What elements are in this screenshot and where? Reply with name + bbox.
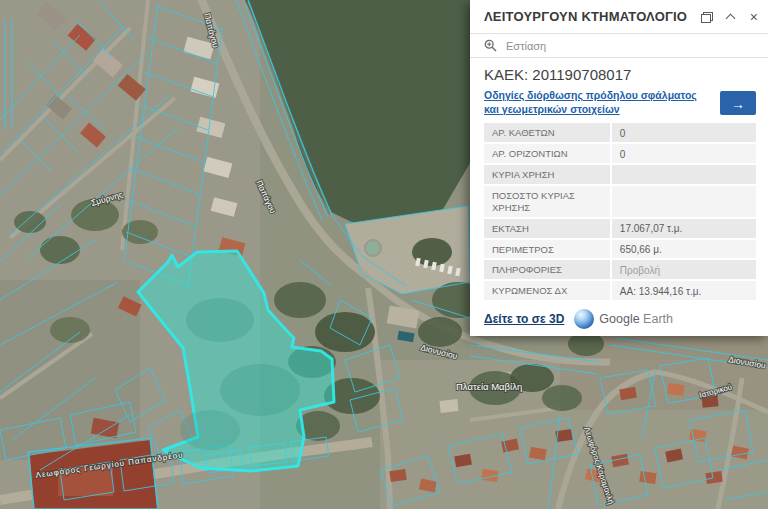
correction-instructions-link[interactable]: Οδηγίες διόρθωσης πρόδηλου σφάλματος και… <box>484 89 712 116</box>
attr-value: 17.067,07 τ.μ. <box>612 219 756 238</box>
google-earth-wordmark-google: Google <box>599 312 639 326</box>
attr-value: 0 <box>612 144 756 163</box>
attr-label: ΑΡ. ΟΡΙΖΟΝΤΙΩΝ <box>484 144 612 163</box>
attr-label: ΚΥΡΙΑ ΧΡΗΣΗ <box>484 165 612 184</box>
attr-value: 650,66 μ. <box>612 240 756 259</box>
panel-footer: Δείτε το σε 3D Google Earth <box>470 302 768 336</box>
go-arrow-button[interactable]: → <box>720 91 756 115</box>
panel-body: ΚΑΕΚ: 201190708017 Οδηγίες διόρθωσης πρό… <box>470 58 768 302</box>
table-row: ΠΛΗΡΟΦΟΡΙΕΣ Προβολή <box>484 260 756 279</box>
collapse-chevron-icon[interactable] <box>725 13 735 23</box>
view-in-3d-link[interactable]: Δείτε το σε 3D <box>484 312 564 326</box>
fountain <box>365 240 381 256</box>
search-bar <box>470 34 768 58</box>
panel-title: ΛΕΙΤΟΥΡΓΟΥΝ ΚΤΗΜΑΤΟΛΟΓΙΟ <box>484 9 695 24</box>
parcel-attributes-table: ΑΡ. ΚΑΘΕΤΩΝ 0 ΑΡ. ΟΡΙΖΟΝΤΙΩΝ 0 ΚΥΡΙΑ ΧΡΗ… <box>484 123 756 302</box>
attr-value: ΑΑ: 13.944,16 τ.μ. <box>612 281 756 300</box>
attr-label: ΠΕΡΙΜΕΤΡΟΣ <box>484 240 612 259</box>
table-row: ΕΚΤΑΣΗ 17.067,07 τ.μ. <box>484 219 756 238</box>
attr-label: ΠΟΣΟΣΤΟ ΚΥΡΙΑΣ ΧΡΗΣΗΣ <box>484 186 612 217</box>
ktimatologio-panel: ΛΕΙΤΟΥΡΓΟΥΝ ΚΤΗΜΑΤΟΛΟΓΙΟ × ΚΑΕΚ: 2011907… <box>470 0 768 336</box>
attr-label: ΑΡ. ΚΑΘΕΤΩΝ <box>484 123 612 142</box>
table-row: ΑΡ. ΚΑΘΕΤΩΝ 0 <box>484 123 756 142</box>
google-earth-wordmark-earth: Earth <box>643 312 673 326</box>
table-row: ΑΡ. ΟΡΙΖΟΝΤΙΩΝ 0 <box>484 144 756 163</box>
table-row: ΠΟΣΟΣΤΟ ΚΥΡΙΑΣ ΧΡΗΣΗΣ <box>484 186 756 217</box>
attr-value <box>612 165 756 184</box>
table-row: ΚΥΡΙΑ ΧΡΗΣΗ <box>484 165 756 184</box>
google-earth-link[interactable]: Google Earth <box>574 309 673 329</box>
attr-value: 0 <box>612 123 756 142</box>
table-row: ΠΕΡΙΜΕΤΡΟΣ 650,66 μ. <box>484 240 756 259</box>
attr-value-view-link[interactable]: Προβολή <box>612 260 756 279</box>
window-restore-icon[interactable] <box>701 12 711 21</box>
table-row: ΚΥΡΩΜΕΝΟΣ ΔΧ ΑΑ: 13.944,16 τ.μ. <box>484 281 756 300</box>
panel-header: ΛΕΙΤΟΥΡΓΟΥΝ ΚΤΗΜΑΤΟΛΟΓΙΟ × <box>470 0 768 34</box>
focus-search-input[interactable] <box>504 39 754 53</box>
place-label-mavili-square: Πλατεία Μαβίλη <box>456 381 522 392</box>
attr-label: ΕΚΤΑΣΗ <box>484 219 612 238</box>
cadastre-app-window: Παπάγου Παπάγου Σμύρνης Διονυσίου Πλατεί… <box>0 0 768 509</box>
attr-value <box>612 186 756 217</box>
google-earth-globe-icon <box>574 309 594 329</box>
close-icon[interactable]: × <box>750 10 758 24</box>
zoom-search-icon <box>484 39 497 52</box>
kaek-code: ΚΑΕΚ: 201190708017 <box>484 66 756 83</box>
attr-label: ΠΛΗΡΟΦΟΡΙΕΣ <box>484 260 612 279</box>
attr-label: ΚΥΡΩΜΕΝΟΣ ΔΧ <box>484 281 612 300</box>
